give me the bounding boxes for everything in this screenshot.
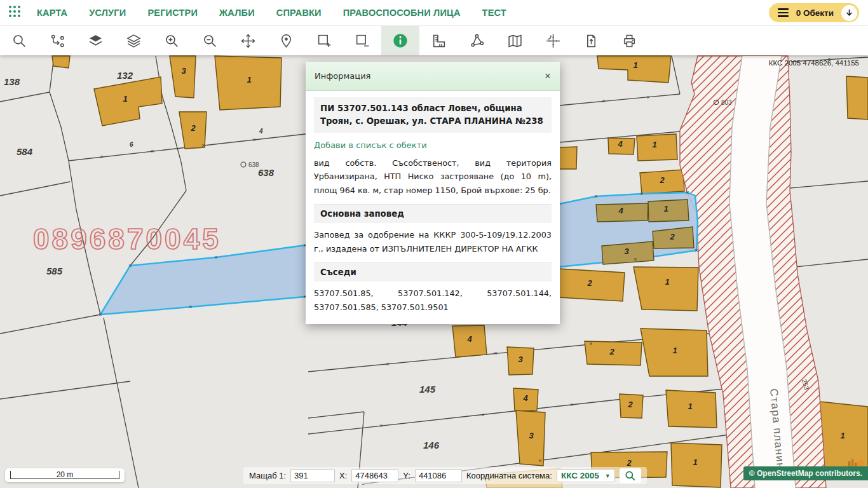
tool-pan-button[interactable] xyxy=(229,26,267,55)
tool-coordinates-button[interactable] xyxy=(534,26,572,55)
main-order-text: Заповед за одобрение на КККР 300-5-109/1… xyxy=(314,228,552,255)
building-number: 1 xyxy=(123,94,127,104)
info-popup-header[interactable]: Информация × xyxy=(306,62,560,91)
select-area-remove-icon xyxy=(355,33,370,49)
map-icon xyxy=(507,33,523,49)
info-icon xyxy=(392,32,409,49)
vertex-cross: × xyxy=(570,402,573,408)
menu-icon xyxy=(778,8,789,17)
close-icon[interactable]: × xyxy=(545,71,551,81)
zoom-out-icon xyxy=(202,33,218,49)
arrow-down-icon xyxy=(844,8,854,18)
tool-search-button[interactable] xyxy=(0,26,38,55)
building-number: 1 xyxy=(663,204,668,214)
map-statusbar-controls: Мащаб 1: X: Y: Координатна система: ККС … xyxy=(243,467,647,484)
route-icon xyxy=(50,33,65,49)
crs-select[interactable]: ККС 2005 ▼ xyxy=(557,469,615,482)
vertex-cross: × xyxy=(640,191,643,197)
y-coordinate-input[interactable] xyxy=(415,469,462,482)
vertex-cross: × xyxy=(189,304,192,310)
building-number: 4 xyxy=(522,393,528,403)
coordinate-search-button[interactable] xyxy=(620,468,641,483)
nav-item-registri[interactable]: РЕГИСТРИ xyxy=(147,8,198,18)
building-number: 1 xyxy=(652,140,656,149)
building-number: 1 xyxy=(688,402,692,411)
nav-item-pravosposobni-litsa[interactable]: ПРАВОСПОСОБНИ ЛИЦА xyxy=(343,8,461,18)
parcel-label: 145 xyxy=(419,384,436,395)
objects-button[interactable]: 0 Обекти xyxy=(769,3,859,22)
expand-objects-button[interactable] xyxy=(841,5,857,21)
apps-grid-icon[interactable] xyxy=(9,6,23,20)
building-number: 1 xyxy=(247,75,251,85)
tool-map-overview-button[interactable] xyxy=(496,26,534,55)
x-coordinate-input[interactable] xyxy=(351,469,398,482)
nav-item-zhalbi[interactable]: ЖАЛБИ xyxy=(219,8,255,18)
map-scalebar: 20 m xyxy=(5,468,125,482)
top-navigation: КАРТА УСЛУГИ РЕГИСТРИ ЖАЛБИ СПРАВКИ ПРАВ… xyxy=(0,0,868,25)
nav-item-uslugi[interactable]: УСЛУГИ xyxy=(89,8,126,18)
building-number: 1 xyxy=(672,346,677,355)
layers-icon xyxy=(126,33,142,49)
scale-input[interactable] xyxy=(290,469,335,482)
tool-route-button[interactable] xyxy=(38,26,76,55)
building-number: 4 xyxy=(618,206,623,215)
y-label: Y: xyxy=(403,471,410,480)
tool-select-area-add-button[interactable] xyxy=(305,26,343,55)
building-number: 4 xyxy=(617,139,623,149)
nav-item-test[interactable]: ТЕСТ xyxy=(482,8,506,18)
neighbours-text: 53707.501.85, 53707.501.142, 53707.501.1… xyxy=(314,287,552,314)
info-popup: Информация × ПИ 53707.501.143 област Лов… xyxy=(306,62,560,324)
zoom-in-icon xyxy=(164,33,180,49)
parcel-label: 132 xyxy=(117,70,133,81)
attribution-text: © OpenStreetMap contributors. xyxy=(749,469,862,478)
building-number: 2 xyxy=(587,278,592,288)
building-number: 2 xyxy=(609,347,614,356)
parcel-label: 138 xyxy=(4,76,20,87)
measure-ruler-icon xyxy=(431,33,447,49)
tool-zoom-in-button[interactable] xyxy=(153,26,191,55)
parcel-label: 585 xyxy=(46,266,63,276)
tool-zoom-out-button[interactable] xyxy=(191,26,229,55)
tool-print-button[interactable] xyxy=(610,26,648,55)
layers-filled-icon xyxy=(88,33,104,49)
building-number: 3 xyxy=(529,431,534,440)
map-corner-coordinates: ККС 2005 4748626, 441155 xyxy=(769,59,859,67)
vertex-cross: × xyxy=(594,193,597,200)
parcel-heading: ПИ 53707.501.143 област Ловеч, община Тр… xyxy=(314,97,552,133)
vertex-cross: × xyxy=(686,189,689,196)
tool-select-area-remove-button[interactable] xyxy=(343,26,381,55)
osm-attribution[interactable]: © OpenStreetMap contributors. xyxy=(743,466,868,480)
tool-measure-area-button[interactable] xyxy=(458,26,496,55)
tool-info-button[interactable] xyxy=(381,26,419,55)
vertex-cross: × xyxy=(602,98,605,104)
tool-measure-length-button[interactable] xyxy=(419,26,458,55)
vertex-cross: × xyxy=(100,154,103,160)
coordinates-axes-icon xyxy=(545,33,561,49)
building-number: 2 xyxy=(626,458,632,468)
vertex-cross: × xyxy=(481,412,484,418)
tool-layers-button[interactable] xyxy=(114,26,153,55)
vertex-cross: × xyxy=(201,142,205,149)
scalebar-label: 20 m xyxy=(5,470,125,479)
building-number: 2 xyxy=(659,175,665,185)
add-to-objects-link[interactable]: Добави в списък с обекти xyxy=(314,140,552,150)
building-number: 4 xyxy=(466,334,472,344)
nav-item-karta[interactable]: КАРТА xyxy=(37,8,67,18)
building xyxy=(648,200,689,222)
vertex-cross: × xyxy=(98,311,102,318)
nav-item-spravki[interactable]: СПРАВКИ xyxy=(276,8,322,18)
building-number: 2 xyxy=(627,400,633,409)
x-label: X: xyxy=(339,471,347,480)
search-icon xyxy=(11,33,27,49)
crs-label: Координатна система: xyxy=(466,471,552,480)
vertex-cross: × xyxy=(695,247,698,254)
vertex-cross: × xyxy=(151,148,154,154)
building-number: 1 xyxy=(665,277,669,287)
tool-layers-filled-button[interactable] xyxy=(76,26,114,55)
scale-label: Мащаб 1: xyxy=(249,471,286,480)
print-icon xyxy=(621,33,637,49)
tool-export-button[interactable] xyxy=(572,26,610,55)
tool-location-button[interactable] xyxy=(267,26,305,55)
building-number: 1 xyxy=(633,60,637,70)
map-toolbar xyxy=(0,26,868,55)
